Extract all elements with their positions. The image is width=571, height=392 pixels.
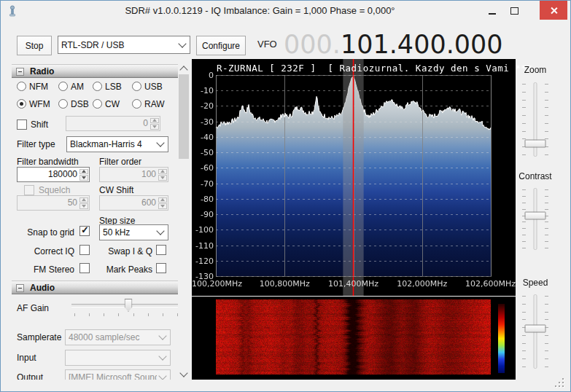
radio-mode-nfm[interactable]: [17, 82, 26, 91]
step-size-select[interactable]: 50 kHz: [99, 224, 168, 240]
scroll-up-button[interactable]: [178, 63, 190, 74]
chevron-up-icon: [179, 66, 187, 74]
output-label: Output: [17, 372, 43, 380]
speed-slider[interactable]: [519, 294, 551, 369]
filter-order-stepper: 100: [99, 167, 168, 182]
contrast-slider-label: Contrast: [513, 171, 557, 181]
minimize-button[interactable]: [483, 1, 502, 20]
maximize-button[interactable]: [505, 1, 524, 20]
mark-peaks-label: Mark Peaks: [92, 264, 152, 275]
collapse-icon[interactable]: [16, 68, 24, 76]
zoom-slider-label: Zoom: [513, 65, 557, 75]
chevron-down-icon: [178, 39, 186, 47]
close-button[interactable]: [540, 1, 567, 20]
radio-section-header[interactable]: Radio: [12, 64, 178, 78]
radio-mode-cw-label: CW: [105, 99, 120, 109]
spectrum-display[interactable]: R-ZURNAL [ 232F ] [ Radiozurnal. Kazdy d…: [192, 59, 516, 296]
resize-grip-icon[interactable]: [554, 377, 564, 387]
correct-iq-label: Correct IQ: [12, 246, 74, 256]
source-value: RTL-SDR / USB: [61, 40, 176, 50]
source-select[interactable]: RTL-SDR / USB: [58, 36, 190, 54]
radio-mode-wfm[interactable]: [17, 99, 26, 109]
audio-section-header[interactable]: Audio: [12, 281, 178, 294]
mark-peaks-checkbox[interactable]: [156, 263, 166, 273]
chevron-down-icon: [156, 138, 164, 146]
scrollbar-thumb[interactable]: [179, 74, 189, 159]
filter-type-select[interactable]: Blackman-Harris 4: [66, 136, 168, 152]
speed-slider-label: Speed: [513, 278, 557, 288]
control-panel: Radio NFM AM LSB USB WFM DSB CW RAW Shif…: [12, 63, 178, 380]
fm-stereo-checkbox[interactable]: [79, 263, 90, 273]
panel-scrollbar[interactable]: [178, 63, 190, 380]
speed-slider-thumb[interactable]: [525, 324, 546, 332]
shift-checkbox[interactable]: [17, 119, 27, 130]
samplerate-select: 48000 sample/sec: [65, 329, 171, 345]
scroll-down-button[interactable]: [178, 369, 190, 380]
frequency-dim-digits: 000.: [284, 30, 341, 59]
radio-mode-cw[interactable]: [93, 99, 102, 109]
waterfall-display[interactable]: [192, 297, 516, 380]
af-gain-slider-thumb[interactable]: [125, 299, 133, 312]
swap-iq-checkbox[interactable]: [156, 245, 166, 255]
snap-to-grid-checkbox[interactable]: [79, 226, 90, 236]
output-select: [MME] Microsoft Sound: [65, 369, 171, 380]
filter-bandwidth-stepper[interactable]: 180000: [17, 167, 90, 182]
maximize-icon: [510, 7, 518, 15]
contrast-slider-thumb[interactable]: [525, 212, 546, 220]
af-gain-ticks: [74, 313, 178, 316]
app-window: SDR# v1.0.0.1219 - IQ Imbalance: Gain = …: [0, 0, 571, 392]
cw-shift-value: 600: [141, 197, 156, 208]
radio-mode-raw[interactable]: [132, 99, 141, 109]
samplerate-label: Samplerate: [17, 332, 61, 342]
squelch-spin-buttons: [79, 197, 88, 209]
frequency-display[interactable]: 000.101.400.000: [284, 30, 503, 59]
contrast-slider[interactable]: [519, 188, 551, 250]
zoom-slider[interactable]: [519, 82, 551, 157]
chevron-down-icon: [179, 369, 187, 377]
snap-to-grid-label: Snap to grid: [12, 227, 74, 238]
filter-order-label: Filter order: [99, 157, 141, 167]
fm-stereo-label: FM Stereo: [12, 264, 74, 275]
step-size-value: 50 kHz: [103, 227, 155, 238]
cw-shift-spin-buttons: [158, 197, 167, 209]
shift-stepper: 0: [66, 116, 160, 131]
radio-mode-raw-label: RAW: [144, 99, 165, 109]
input-select: [65, 350, 171, 366]
vfo-label: VFO: [257, 39, 277, 50]
correct-iq-checkbox[interactable]: [79, 245, 90, 255]
radio-mode-am-label: AM: [71, 82, 84, 92]
titlebar[interactable]: SDR# v1.0.0.1219 - IQ Imbalance: Gain = …: [1, 1, 570, 21]
stop-button[interactable]: Stop: [17, 36, 52, 55]
audio-section-title: Audio: [30, 283, 55, 293]
samplerate-value: 48000 sample/sec: [69, 332, 157, 342]
squelch-value: 50: [68, 197, 77, 208]
filter-bandwidth-spin-buttons[interactable]: [79, 168, 88, 181]
filter-order-value: 100: [141, 169, 156, 179]
radio-mode-usb-label: USB: [144, 82, 163, 92]
chevron-down-icon: [158, 332, 166, 340]
app-icon: [7, 5, 18, 17]
radio-mode-dsb[interactable]: [58, 99, 68, 109]
cw-shift-label: CW Shift: [99, 185, 133, 195]
radio-mode-wfm-label: WFM: [29, 99, 50, 109]
spectrum-canvas[interactable]: [192, 59, 516, 296]
minimize-icon: [489, 13, 496, 15]
collapse-icon[interactable]: [16, 284, 24, 292]
filter-order-spin-buttons: [158, 168, 167, 181]
filter-bandwidth-value: 180000: [48, 169, 77, 179]
radio-mode-usb[interactable]: [132, 82, 141, 91]
chevron-down-icon: [158, 352, 166, 360]
configure-button[interactable]: Configure: [196, 36, 246, 55]
radio-mode-nfm-label: NFM: [29, 82, 48, 92]
radio-mode-dsb-label: DSB: [71, 99, 89, 109]
output-value: [MME] Microsoft Sound: [69, 372, 157, 380]
swap-iq-label: Swap I & Q: [92, 246, 152, 256]
waterfall-canvas[interactable]: [192, 297, 516, 380]
squelch-label: Squelch: [39, 185, 70, 195]
radio-section-title: Radio: [30, 66, 54, 77]
frequency-digits: 101.400.000: [341, 30, 503, 59]
radio-mode-lsb[interactable]: [93, 82, 102, 91]
zoom-slider-thumb[interactable]: [525, 139, 546, 147]
filter-type-label: Filter type: [17, 139, 55, 149]
radio-mode-am[interactable]: [58, 82, 68, 91]
